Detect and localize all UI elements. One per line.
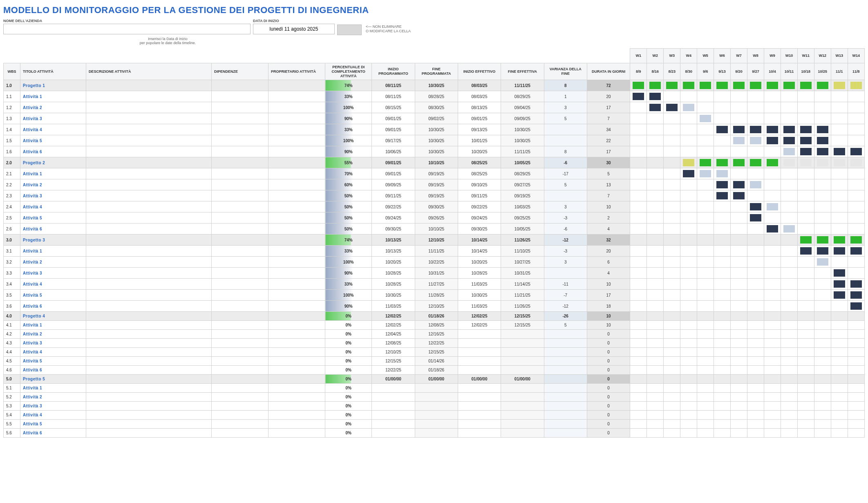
cell-wbs[interactable]: 4.0 (4, 312, 20, 321)
cell-owner[interactable] (268, 113, 325, 124)
cell-act-end[interactable]: 11/26/25 (501, 235, 544, 246)
cell-var[interactable]: -11 (544, 279, 587, 290)
cell-dur[interactable]: 0 (587, 348, 630, 357)
cell-wbs[interactable]: 3.0 (4, 235, 20, 246)
cell-title[interactable]: Attività 6 (20, 429, 86, 438)
cell-dep[interactable] (212, 321, 268, 330)
cell-title[interactable]: Attività 6 (20, 366, 86, 375)
cell-pct[interactable]: 0% (325, 357, 372, 366)
table-row[interactable]: 1.1Attività 133%08/11/2508/28/2508/03/25… (4, 91, 865, 102)
cell-plan-start[interactable]: 12/02/25 (372, 312, 415, 321)
cell-wbs[interactable]: 4.3 (4, 339, 20, 348)
cell-pct[interactable]: 0% (325, 429, 372, 438)
cell-desc[interactable] (86, 339, 211, 348)
cell-plan-end[interactable] (415, 420, 458, 429)
cell-dep[interactable] (212, 80, 268, 91)
cell-wbs[interactable]: 5.6 (4, 429, 20, 438)
cell-desc[interactable] (86, 179, 211, 190)
cell-plan-end[interactable]: 01/00/00 (415, 375, 458, 384)
cell-desc[interactable] (86, 246, 211, 257)
cell-dur[interactable]: 0 (587, 384, 630, 393)
cell-desc[interactable] (86, 279, 211, 290)
cell-title[interactable]: Attività 4 (20, 279, 86, 290)
table-row[interactable]: 2.4Attività 450%09/22/2509/30/2509/22/25… (4, 201, 865, 212)
cell-plan-start[interactable]: 09/22/25 (372, 201, 415, 212)
cell-var[interactable]: 5 (544, 113, 587, 124)
cell-pct[interactable]: 100% (325, 135, 372, 146)
cell-owner[interactable] (268, 102, 325, 113)
cell-act-end[interactable] (501, 393, 544, 402)
cell-var[interactable] (544, 411, 587, 420)
cell-dur[interactable]: 0 (587, 420, 630, 429)
cell-dep[interactable] (212, 384, 268, 393)
cell-desc[interactable] (86, 420, 211, 429)
cell-plan-start[interactable]: 12/02/25 (372, 321, 415, 330)
cell-plan-start[interactable]: 09/24/25 (372, 212, 415, 224)
cell-plan-end[interactable]: 12/16/25 (415, 330, 458, 339)
cell-title[interactable]: Progetto 5 (20, 375, 86, 384)
cell-pct[interactable]: 33% (325, 246, 372, 257)
cell-act-end[interactable] (501, 366, 544, 375)
cell-var[interactable] (544, 384, 587, 393)
cell-wbs[interactable]: 3.3 (4, 268, 20, 279)
cell-act-start[interactable]: 08/25/25 (458, 168, 501, 179)
cell-owner[interactable] (268, 246, 325, 257)
cell-pct[interactable]: 60% (325, 179, 372, 190)
cell-dep[interactable] (212, 190, 268, 201)
cell-act-start[interactable] (458, 429, 501, 438)
cell-owner[interactable] (268, 301, 325, 312)
cell-desc[interactable] (86, 411, 211, 420)
table-row[interactable]: 3.0Progetto 374%10/13/2512/10/2510/14/25… (4, 235, 865, 246)
cell-dur[interactable]: 10 (587, 279, 630, 290)
cell-owner[interactable] (268, 321, 325, 330)
cell-desc[interactable] (86, 157, 211, 168)
cell-wbs[interactable]: 5.3 (4, 402, 20, 411)
cell-wbs[interactable]: 4.4 (4, 348, 20, 357)
cell-act-end[interactable]: 11/14/25 (501, 279, 544, 290)
cell-dur[interactable]: 72 (587, 80, 630, 91)
cell-pct[interactable]: 0% (325, 420, 372, 429)
cell-title[interactable]: Attività 1 (20, 168, 86, 179)
table-row[interactable]: 5.2Attività 20%0 (4, 393, 865, 402)
cell-plan-start[interactable]: 12/10/25 (372, 348, 415, 357)
cell-act-end[interactable]: 11/26/25 (501, 301, 544, 312)
cell-dep[interactable] (212, 201, 268, 212)
cell-dur[interactable]: 0 (587, 330, 630, 339)
cell-act-start[interactable] (458, 411, 501, 420)
cell-wbs[interactable]: 4.6 (4, 366, 20, 375)
cell-title[interactable]: Attività 1 (20, 321, 86, 330)
cell-wbs[interactable]: 3.1 (4, 246, 20, 257)
cell-pct[interactable]: 90% (325, 268, 372, 279)
cell-act-start[interactable]: 10/28/25 (458, 268, 501, 279)
cell-act-end[interactable]: 09/09/25 (501, 113, 544, 124)
table-row[interactable]: 4.2Attività 20%12/04/2512/16/250 (4, 330, 865, 339)
cell-plan-start[interactable]: 10/28/25 (372, 268, 415, 279)
cell-pct[interactable]: 0% (325, 402, 372, 411)
cell-plan-start[interactable] (372, 429, 415, 438)
table-row[interactable]: 5.3Attività 30%0 (4, 402, 865, 411)
cell-desc[interactable] (86, 301, 211, 312)
cell-act-start[interactable]: 09/10/25 (458, 179, 501, 190)
cell-plan-start[interactable] (372, 411, 415, 420)
cell-act-end[interactable]: 10/31/25 (501, 268, 544, 279)
cell-act-end[interactable] (501, 402, 544, 411)
table-row[interactable]: 2.1Attività 170%09/01/2509/19/2508/25/25… (4, 168, 865, 179)
cell-wbs[interactable]: 5.4 (4, 411, 20, 420)
cell-var[interactable] (544, 429, 587, 438)
cell-title[interactable]: Attività 5 (20, 420, 86, 429)
cell-plan-end[interactable]: 11/11/25 (415, 246, 458, 257)
cell-wbs[interactable]: 1.6 (4, 146, 20, 157)
table-row[interactable]: 1.5Attività 5100%09/17/2510/30/2510/01/2… (4, 135, 865, 146)
cell-var[interactable] (544, 420, 587, 429)
cell-wbs[interactable]: 3.2 (4, 257, 20, 268)
cell-dur[interactable]: 0 (587, 402, 630, 411)
cell-act-end[interactable]: 10/05/25 (501, 157, 544, 168)
cell-act-start[interactable]: 01/00/00 (458, 375, 501, 384)
cell-plan-end[interactable]: 10/31/25 (415, 268, 458, 279)
table-row[interactable]: 4.5Attività 50%12/15/2501/14/260 (4, 357, 865, 366)
cell-dur[interactable]: 13 (587, 179, 630, 190)
cell-title[interactable]: Progetto 3 (20, 235, 86, 246)
cell-act-end[interactable] (501, 429, 544, 438)
cell-act-start[interactable] (458, 384, 501, 393)
cell-title[interactable]: Attività 6 (20, 301, 86, 312)
